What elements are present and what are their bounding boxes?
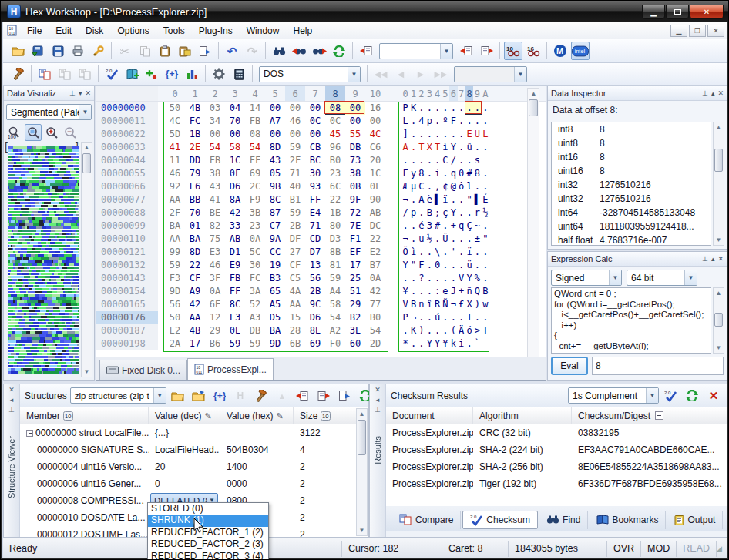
hex-byte[interactable]: 55 bbox=[345, 128, 365, 141]
ascii-char[interactable]: º bbox=[442, 115, 449, 128]
hex-byte[interactable]: D6 bbox=[305, 311, 325, 324]
hex-byte[interactable]: 16 bbox=[365, 102, 385, 115]
ascii-char[interactable]: . bbox=[425, 311, 433, 324]
ascii-char[interactable]: ½ bbox=[425, 233, 433, 246]
hex-byte[interactable]: 30 bbox=[245, 259, 265, 272]
hex-byte[interactable]: 30 bbox=[305, 167, 325, 180]
ascii-char[interactable]: . bbox=[465, 337, 473, 350]
menu-window[interactable]: Window bbox=[240, 23, 287, 39]
base-converter-button[interactable] bbox=[230, 65, 248, 83]
sign-mode-combobox[interactable]: Signed▼ bbox=[551, 270, 622, 286]
hex-byte[interactable]: 9C bbox=[305, 298, 325, 311]
ascii-char[interactable]: Y bbox=[433, 337, 441, 350]
hex-byte[interactable]: BC bbox=[305, 154, 325, 167]
ascii-char[interactable]: i bbox=[458, 337, 465, 350]
hex-byte[interactable]: 23 bbox=[245, 220, 265, 233]
hex-byte[interactable]: 00 bbox=[345, 115, 365, 128]
hex-byte[interactable]: F1 bbox=[345, 233, 365, 246]
hex-byte[interactable]: F3 bbox=[225, 311, 245, 324]
save-version-button[interactable] bbox=[29, 42, 47, 60]
hex-byte[interactable]: E2 bbox=[165, 324, 185, 337]
hex-byte[interactable]: 14 bbox=[245, 102, 265, 115]
hex-byte[interactable]: 43 bbox=[205, 180, 225, 193]
ascii-char[interactable]: . bbox=[425, 128, 433, 141]
dropdown-item[interactable]: SHRUNK (1) bbox=[148, 515, 268, 526]
hex-byte[interactable]: 19 bbox=[265, 259, 285, 272]
hex-byte[interactable]: D1 bbox=[225, 246, 245, 259]
menu-disk[interactable]: Disk bbox=[79, 23, 110, 39]
ascii-char[interactable]: . bbox=[442, 246, 449, 259]
hex-byte[interactable]: 00 bbox=[345, 102, 365, 115]
ascii-char[interactable]: ¥ bbox=[401, 285, 409, 298]
hex-byte[interactable]: 92 bbox=[165, 180, 185, 193]
ascii-char[interactable]: . bbox=[458, 141, 465, 154]
hex-byte[interactable]: 73 bbox=[345, 154, 365, 167]
hex-byte[interactable]: 20 bbox=[365, 154, 385, 167]
ascii-char[interactable]: # bbox=[465, 167, 473, 180]
ascii-char[interactable]: ¬ bbox=[401, 233, 409, 246]
hex-byte[interactable]: 56 bbox=[165, 298, 185, 311]
paste-button[interactable] bbox=[156, 42, 174, 60]
column-header-member[interactable]: Member10 bbox=[20, 407, 149, 424]
ascii-char[interactable]: K bbox=[409, 324, 417, 337]
hex-byte[interactable]: D7 bbox=[305, 246, 325, 259]
ascii-char[interactable]: A bbox=[401, 141, 409, 154]
ascii-char[interactable]: + bbox=[449, 220, 457, 233]
hex-byte[interactable]: AA bbox=[165, 193, 185, 206]
hex-byte[interactable]: 54 bbox=[365, 324, 385, 337]
ascii-char[interactable]: " bbox=[465, 193, 473, 206]
ascii-char[interactable]: Q bbox=[473, 285, 481, 298]
hex-byte[interactable]: 01 bbox=[185, 220, 205, 233]
hex-byte[interactable]: A3 bbox=[245, 311, 265, 324]
ascii-char[interactable]: . bbox=[425, 324, 433, 337]
hex-byte[interactable]: 0F bbox=[365, 180, 385, 193]
hex-byte[interactable]: DF bbox=[285, 233, 305, 246]
copy-button[interactable] bbox=[136, 42, 154, 60]
hex-byte[interactable]: 5D bbox=[165, 128, 185, 141]
ascii-char[interactable]: . bbox=[418, 337, 425, 350]
hex-byte[interactable]: 45 bbox=[325, 128, 345, 141]
ascii-char[interactable]: . bbox=[418, 285, 425, 298]
ascii-char[interactable]: u bbox=[418, 233, 425, 246]
hex-byte[interactable]: A5 bbox=[265, 298, 285, 311]
ascii-char[interactable]: q bbox=[458, 220, 465, 233]
checksum-row[interactable]: ProcessExplorer.zipTiger (192 bit)6F336D… bbox=[386, 475, 727, 492]
hex-byte[interactable]: 8C bbox=[265, 193, 285, 206]
hex-offsets-toggle[interactable]: 16 bbox=[524, 42, 543, 60]
hex-display-icon[interactable] bbox=[655, 411, 663, 420]
ascii-char[interactable]: . bbox=[418, 102, 425, 115]
ascii-char[interactable]: . bbox=[409, 128, 417, 141]
ascii-char[interactable]: . bbox=[401, 324, 409, 337]
eval-result-field[interactable]: 8 bbox=[592, 357, 724, 375]
hex-byte[interactable]: 00 bbox=[265, 128, 285, 141]
hex-byte[interactable]: 90 bbox=[365, 193, 385, 206]
ascii-char[interactable]: . bbox=[482, 220, 489, 233]
ascii-char[interactable]: . bbox=[442, 259, 449, 272]
ascii-char[interactable]: . bbox=[465, 206, 473, 220]
ascii-char[interactable]: . bbox=[449, 102, 457, 115]
hex-byte[interactable]: 9B bbox=[265, 180, 285, 193]
hex-byte[interactable]: 42 bbox=[185, 298, 205, 311]
inspector-row[interactable]: uint321276510216 bbox=[552, 192, 711, 206]
hex-byte[interactable]: 13 bbox=[305, 259, 325, 272]
hex-editor[interactable]: 0123456789100123456789A 00000000504B0304… bbox=[96, 86, 546, 381]
ascii-char[interactable]: e bbox=[442, 285, 449, 298]
ascii-char[interactable]: . bbox=[409, 115, 417, 128]
ascii-char[interactable]: l bbox=[465, 180, 473, 193]
ascii-char[interactable]: . bbox=[418, 246, 425, 259]
preferences-button[interactable] bbox=[89, 42, 107, 60]
hex-byte[interactable]: 43 bbox=[265, 154, 285, 167]
chevron-down-icon[interactable]: ▾ bbox=[79, 89, 82, 97]
ascii-char[interactable]: . bbox=[409, 193, 417, 206]
hex-byte[interactable]: 40 bbox=[285, 180, 305, 193]
ascii-char[interactable]: . bbox=[433, 324, 441, 337]
hex-byte[interactable]: BA bbox=[185, 233, 205, 246]
hex-byte[interactable]: 38 bbox=[345, 167, 365, 180]
checksum-button[interactable]: 2 0 bbox=[102, 65, 121, 83]
ascii-char[interactable]: . bbox=[482, 246, 489, 259]
hex-byte[interactable]: 9F bbox=[345, 193, 365, 206]
ascii-char[interactable]: U bbox=[473, 128, 481, 141]
add-structure-button[interactable]: {+} bbox=[212, 388, 227, 404]
hex-byte[interactable]: 6C bbox=[325, 180, 345, 193]
ascii-char[interactable]: X bbox=[465, 298, 473, 311]
